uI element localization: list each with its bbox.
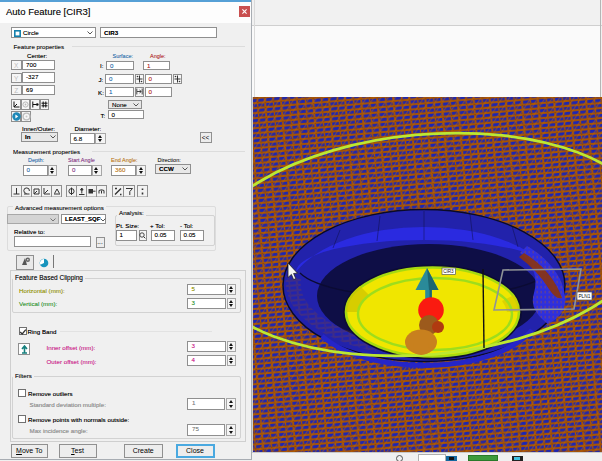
svg-text:PLN1: PLN1 [578, 294, 590, 299]
svg-text:CIR3: CIR3 [443, 269, 454, 274]
